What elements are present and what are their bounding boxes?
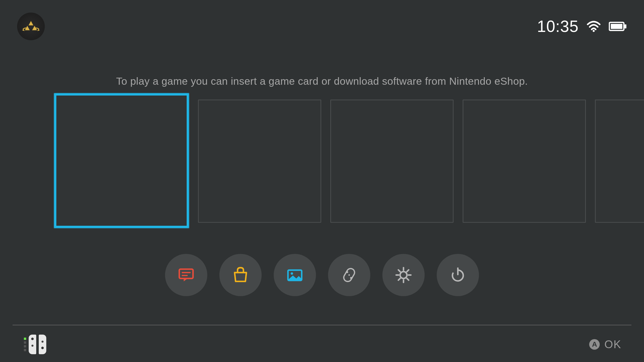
- power-button[interactable]: [437, 254, 479, 296]
- svg-point-8: [291, 272, 293, 275]
- news-button[interactable]: [165, 254, 207, 296]
- controllers-icon: [339, 265, 359, 285]
- eshop-button[interactable]: [219, 254, 262, 296]
- svg-point-12: [348, 274, 350, 276]
- power-icon: [448, 265, 468, 285]
- system-menu: [165, 254, 479, 296]
- settings-button[interactable]: [382, 254, 425, 296]
- settings-icon: [394, 265, 413, 285]
- svg-point-0: [593, 30, 595, 32]
- game-tile[interactable]: [595, 100, 644, 223]
- game-tile[interactable]: [198, 100, 321, 223]
- ok-prompt: A OK: [589, 338, 621, 351]
- svg-line-19: [407, 279, 409, 280]
- status-area: 10:35: [537, 17, 627, 36]
- svg-point-11: [350, 277, 352, 279]
- wifi-icon: [587, 21, 601, 32]
- album-button[interactable]: [274, 254, 316, 296]
- svg-line-18: [398, 270, 400, 272]
- svg-point-10: [346, 271, 348, 273]
- album-icon: [285, 265, 305, 285]
- controller-indicator[interactable]: [24, 335, 46, 354]
- game-tile-selected[interactable]: [54, 93, 189, 228]
- top-bar: 10:35: [0, 0, 644, 48]
- user-avatar[interactable]: [17, 13, 45, 40]
- controllers-button[interactable]: [328, 254, 370, 296]
- joycon-left-icon: [29, 335, 36, 354]
- footer-divider: [13, 325, 631, 325]
- battery-icon: [609, 21, 627, 31]
- svg-line-20: [407, 270, 409, 272]
- player-number-indicator: [24, 338, 26, 351]
- game-tiles-row: [54, 94, 644, 228]
- joycon-right-icon: [39, 335, 46, 354]
- news-icon: [176, 265, 196, 285]
- svg-point-13: [400, 272, 407, 278]
- game-tile[interactable]: [463, 100, 586, 223]
- a-button-icon: A: [589, 339, 600, 350]
- triforce-icon: [21, 19, 41, 34]
- eshop-icon: [231, 265, 250, 285]
- svg-line-21: [398, 279, 400, 280]
- svg-rect-4: [179, 269, 193, 279]
- footer-bar: A OK: [0, 327, 644, 362]
- hint-text: To play a game you can insert a game car…: [0, 75, 644, 87]
- ok-label: OK: [604, 338, 621, 351]
- svg-rect-2: [611, 24, 622, 29]
- game-tile[interactable]: [330, 100, 454, 223]
- clock: 10:35: [537, 17, 579, 36]
- svg-rect-3: [624, 24, 626, 28]
